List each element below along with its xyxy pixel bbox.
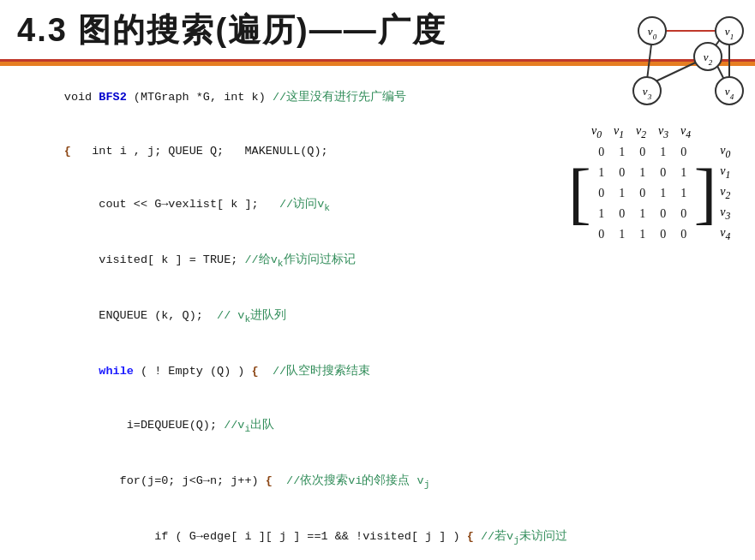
- code-line-1: void BFS2 (MTGraph *G, int k) //这里没有进行先广…: [9, 71, 746, 125]
- main-content: void BFS2 (MTGraph *G, int k) //这里没有进行先广…: [0, 66, 755, 560]
- code-line-9: if ( G→edge[ i ][ j ] ==1 && !visited[ j…: [9, 510, 746, 560]
- code-line-4: visited[ k ] = TRUE; //给vk作访问过标记: [9, 235, 746, 290]
- code-line-8: for(j=0; j<G→n; j++) { //依次搜索vi的邻接点 vj: [9, 455, 746, 510]
- code-line-7: i=DEQUEUE(Q); //vi出队: [9, 399, 746, 455]
- code-line-3: cout << G→vexlist[ k ]; //访问vk: [9, 179, 746, 235]
- slide: 4.3 图的搜索(遍历)——广度 v0 v1 v2 v3: [0, 0, 755, 560]
- page-title: 4.3 图的搜索(遍历)——广度: [17, 9, 446, 52]
- code-line-5: ENQUEUE (k, Q); // vk进队列: [9, 289, 746, 345]
- code-line-2: { int i , j; QUEUE Q; MAKENULL(Q);: [9, 125, 746, 179]
- code-line-6: while ( ! Empty (Q) ) { //队空时搜索结束: [9, 345, 746, 399]
- code-section: void BFS2 (MTGraph *G, int k) //这里没有进行先广…: [9, 71, 746, 560]
